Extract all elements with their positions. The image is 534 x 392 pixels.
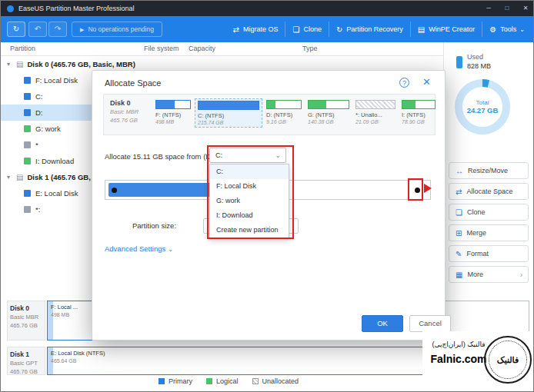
legend-item: Primary <box>159 377 192 385</box>
resize-move-button[interactable]: ↔Resize/Move <box>449 162 529 179</box>
table-header: Partition File system Capacity Type <box>1 42 443 56</box>
partition-icon <box>24 93 31 100</box>
legend: PrimaryLogicalUnallocated <box>159 377 312 385</box>
toolbar-partition-recovery[interactable]: ↻Partition Recovery <box>329 22 410 37</box>
minimize-button[interactable]: ─ <box>479 1 498 16</box>
strip-partition[interactable]: D: (NTFS)9.16 GB <box>264 98 304 128</box>
toolbar: ↻ ↶ ↷ ▶No operations pending ⇄Migrate OS… <box>1 16 534 42</box>
advanced-settings-link[interactable]: Advanced Settings⌄ <box>105 244 173 253</box>
dropdown-option[interactable]: F: Local Disk <box>210 179 289 194</box>
toolbar-actions: ⇄Migrate OS❏Clone↻Partition Recovery▤Win… <box>226 16 532 42</box>
col-partition[interactable]: Partition <box>10 45 35 52</box>
allocate-space-dialog: Allocate Space ? ✕ Disk 0 Basic MBR 465.… <box>92 70 446 341</box>
disk-icon: ▤ <box>16 173 23 181</box>
play-icon: ▶ <box>80 27 84 32</box>
watermark-stamp: فالنیک <box>484 336 532 384</box>
partition-icon <box>24 190 31 197</box>
partition-icon <box>24 141 31 148</box>
clone-icon: ❏ <box>292 25 299 34</box>
redo-button[interactable]: ↷ <box>48 22 67 37</box>
legend-item: Logical <box>206 377 239 385</box>
strip-partition[interactable]: I: (NTFS)78.90 GB <box>399 98 438 128</box>
target-partition-dropdown: C:F: Local DiskG: workI: DownloadCreate … <box>209 164 289 238</box>
used-label: Used <box>467 53 483 61</box>
chevron-down-icon: ⌄ <box>168 246 173 253</box>
chevron-right-icon: › <box>520 271 522 279</box>
dropdown-option[interactable]: I: Download <box>210 208 289 223</box>
toolbar-tools[interactable]: ⚙Tools⌄ <box>482 22 532 37</box>
strip-partition[interactable]: G: (NTFS)140.38 GB <box>305 98 352 128</box>
allocate-space-button[interactable]: ⇄Allocate Space <box>449 183 529 200</box>
toolbar-clone[interactable]: ❏Clone <box>285 22 328 37</box>
format-button[interactable]: ✎Format <box>449 245 529 262</box>
used-value: 828 MB <box>467 62 491 70</box>
expand-caret[interactable]: ▾ <box>7 174 16 181</box>
chevron-down-icon: ⌄ <box>275 148 281 162</box>
app-window: EaseUS Partition Master Professional ─ □… <box>0 0 534 392</box>
rescan-button[interactable]: ↻ <box>7 22 25 37</box>
partition-icon <box>24 206 31 213</box>
right-panel: Used 828 MB Total 24.27 GB ↔Resize/Move⇄… <box>444 42 534 299</box>
partition-bar <box>402 100 436 109</box>
slider-left-handle[interactable] <box>112 188 117 193</box>
col-capacity[interactable]: Capacity <box>189 45 215 52</box>
diskmap-partition[interactable]: E: Local Disk (NTFS)465.64 GB <box>47 347 475 375</box>
used-bar-icon <box>456 56 462 68</box>
watermark-persian-text: فالنیک (ایران‌اچ‌پی) <box>426 341 492 348</box>
recovery-icon: ↻ <box>336 25 342 34</box>
partition-size-label: Partition size: <box>132 221 176 230</box>
legend-swatch <box>159 378 165 384</box>
col-type[interactable]: Type <box>302 45 318 52</box>
partition-bar <box>308 100 349 109</box>
merge-button[interactable]: ⊞Merge <box>449 224 529 241</box>
legend-swatch <box>206 378 212 384</box>
maximize-button[interactable]: □ <box>498 1 516 16</box>
dropdown-option[interactable]: Create new partition <box>210 223 289 238</box>
partition-bar <box>355 100 395 109</box>
disk0-label[interactable]: Disk 0 Basic MBR 465.76 GB <box>7 301 45 341</box>
ok-button[interactable]: OK <box>362 315 403 332</box>
dialog-title: Allocate Space <box>105 78 161 88</box>
resize-icon: ↔ <box>456 167 463 175</box>
strip-partition[interactable]: C: (NTFS)215.74 GB <box>195 98 262 128</box>
dropdown-option[interactable]: G: work <box>210 194 289 208</box>
col-filesystem[interactable]: File system <box>144 45 179 52</box>
allocate-label: Allocate 15.11 GB space from (D:) to <box>105 152 224 161</box>
winpe-icon: ▤ <box>418 25 425 34</box>
strip-disk-info: Disk 0 Basic MBR 465.76 GB <box>110 99 139 124</box>
dropdown-option[interactable]: C: <box>210 164 289 179</box>
disk-icon: ▤ <box>16 60 23 68</box>
partition-bar <box>155 100 191 109</box>
expand-caret[interactable]: ▾ <box>7 61 16 68</box>
slider-right-handle[interactable] <box>415 188 420 193</box>
tools-icon: ⚙ <box>489 25 496 34</box>
donut-center-text: Total 24.27 GB <box>450 75 515 139</box>
allocate-icon: ⇄ <box>456 188 462 196</box>
disk1-label[interactable]: Disk 1 Basic GPT 465.76 GB <box>7 347 45 375</box>
watermark: فالنیک (ایران‌اچ‌پی) Falnic.com فالنیک <box>422 331 534 392</box>
partition-bar <box>266 100 302 109</box>
strip-partition[interactable]: *: Unallo...21.09 GB <box>353 98 398 128</box>
watermark-site-text: Falnic.com <box>426 353 492 365</box>
target-partition-select[interactable]: C: ⌄ <box>209 148 286 163</box>
clone-button[interactable]: ❏Clone <box>449 204 529 221</box>
more-button[interactable]: ▦More› <box>449 266 529 283</box>
partition-icon <box>24 158 31 164</box>
cancel-button[interactable]: Cancel <box>409 315 451 332</box>
chevron-down-icon: ⌄ <box>519 26 525 33</box>
strip-partitions: F: (NTFS)498 MBC: (NTFS)215.74 GBD: (NTF… <box>153 98 439 128</box>
window-title: EaseUS Partition Master Professional <box>18 5 135 12</box>
dialog-close-icon[interactable]: ✕ <box>422 76 431 88</box>
partition-actions: ↔Resize/Move⇄Allocate Space❏Clone⊞Merge✎… <box>449 162 530 287</box>
toolbar-winpe-creator[interactable]: ▤WinPE Creator <box>410 22 482 37</box>
legend-item: Unallocated <box>252 377 299 385</box>
close-button[interactable]: ✕ <box>516 1 534 16</box>
legend-swatch <box>252 378 259 384</box>
undo-button[interactable]: ↶ <box>28 22 47 37</box>
clone-icon: ❏ <box>456 208 462 217</box>
toolbar-migrate-os[interactable]: ⇄Migrate OS <box>226 22 285 37</box>
help-icon[interactable]: ? <box>399 78 409 88</box>
partition-icon <box>24 77 31 84</box>
pending-operations[interactable]: ▶No operations pending <box>72 22 162 37</box>
strip-partition[interactable]: F: (NTFS)498 MB <box>153 98 193 128</box>
